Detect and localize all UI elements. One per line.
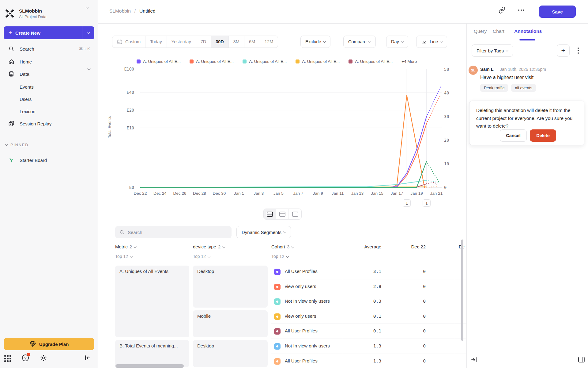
org-switcher[interactable]: SLMobbin All Project Data — [4, 7, 94, 20]
y-axis-tick-left: E20 — [116, 108, 134, 113]
create-new-caret[interactable] — [82, 26, 94, 39]
tag-pill[interactable]: all events — [511, 84, 536, 92]
layout-table-only-icon[interactable] — [289, 209, 301, 219]
cancel-button[interactable]: Cancel — [500, 129, 527, 142]
delete-confirmation-dialog: Deleting this annotation will delete it … — [469, 101, 584, 145]
chart-series-line — [140, 124, 427, 187]
apps-grid-icon[interactable] — [4, 355, 11, 362]
pinned-section-header[interactable]: PINNED — [6, 141, 28, 149]
sidebar-item-events[interactable]: Events — [2, 81, 96, 93]
x-axis-tick: Jan 17 — [387, 191, 407, 196]
search-input[interactable] — [128, 230, 226, 235]
sidebar-item-users[interactable]: Users — [2, 93, 96, 105]
tab-chart[interactable]: Chart — [493, 29, 504, 34]
breadcrumb-project[interactable]: SLMobbin — [109, 8, 131, 14]
share-link-icon[interactable] — [498, 6, 506, 15]
settings-gear-icon[interactable] — [40, 354, 47, 363]
more-menu-icon[interactable] — [518, 10, 524, 11]
table-row[interactable]: Not In view only users1.30 — [271, 339, 466, 354]
x-axis-tick: Jan 19 — [407, 191, 426, 196]
device-cell[interactable]: Desktop — [193, 266, 268, 308]
create-new-button[interactable]: + Create New — [4, 26, 94, 39]
sidebar-item-home[interactable]: Home — [2, 56, 96, 67]
series-swatch[interactable] — [274, 328, 281, 335]
cohort-label: Not In view only users — [285, 298, 330, 304]
annotation-marker-badge[interactable]: 1 — [403, 199, 411, 207]
series-swatch[interactable] — [274, 343, 281, 350]
y-axis-tick-left: E0 — [116, 185, 134, 190]
add-annotation-button[interactable]: + — [557, 44, 570, 57]
tab-query[interactable]: Query — [474, 29, 487, 34]
horizontal-scrollbar-thumb[interactable] — [115, 364, 184, 368]
table-row[interactable]: view only users0.10 — [271, 309, 466, 324]
table-row[interactable]: view only users2.80 — [271, 279, 466, 294]
sidebar-item-starter-board[interactable]: Starter Board — [2, 154, 96, 166]
divider — [0, 134, 98, 134]
panel-more-menu-icon[interactable] — [575, 44, 582, 57]
chart-series-line — [140, 117, 427, 187]
expand-panel-icon[interactable] — [470, 356, 478, 365]
device-group: DesktopNot In view only users1.30All Use… — [193, 339, 466, 368]
metric-top12-dropdown[interactable]: Top 12 — [115, 254, 132, 259]
series-swatch[interactable] — [274, 313, 281, 320]
device-top12-dropdown[interactable]: Top 12 — [193, 254, 210, 259]
tag-pill[interactable]: Peak traffic — [480, 84, 508, 92]
sidebar-item-search[interactable]: Search ⌘ + K — [2, 43, 96, 55]
side-panel-layout-icon[interactable] — [578, 356, 585, 365]
device-cell[interactable]: Desktop — [193, 340, 268, 367]
column-next-partial[interactable]: De — [453, 244, 466, 249]
dynamic-segments-dropdown[interactable]: Dynamic Segments — [236, 226, 291, 238]
sidebar-item-session-replay[interactable]: Session Replay — [2, 118, 96, 129]
series-swatch[interactable] — [274, 298, 281, 305]
column-cohort-dropdown[interactable]: Cohort3 — [271, 244, 294, 249]
layout-split-icon[interactable] — [264, 209, 276, 219]
column-metric-dropdown[interactable]: Metric2 — [115, 244, 136, 249]
average-value: 0.3 — [343, 299, 381, 304]
swatch-dot — [276, 301, 278, 303]
series-swatch[interactable] — [274, 358, 281, 365]
sidebar: SLMobbin All Project Data + Create New S… — [0, 0, 98, 368]
device-cell[interactable]: Mobile — [193, 310, 268, 337]
dec22-value: 0 — [385, 284, 426, 289]
annotation-timestamp: Jan 18th, 2026 12:36pm — [500, 67, 546, 72]
sidebar-item-lexicon[interactable]: Lexicon — [2, 105, 96, 117]
divider — [534, 6, 534, 17]
upgrade-plan-button[interactable]: Upgrade Plan — [4, 338, 94, 350]
search-shortcut: ⌘ + K — [79, 47, 90, 51]
table-row[interactable]: All User Profiles1.30 — [271, 354, 466, 368]
annotation-marker-badge[interactable]: 1 — [423, 199, 431, 207]
tab-annotations[interactable]: Annotations — [514, 29, 542, 34]
delete-button[interactable]: Delete — [530, 129, 556, 142]
x-axis-tick: Jan 13 — [348, 191, 367, 196]
dec22-value: 0 — [385, 358, 426, 363]
chevron-down-icon — [86, 6, 89, 9]
layout-chart-only-icon[interactable] — [276, 209, 289, 219]
cohort-rows: view only users0.10All User Profiles0.10 — [271, 309, 466, 339]
filter-by-tags-dropdown[interactable]: Filter by Tags — [472, 44, 513, 57]
series-swatch[interactable] — [274, 269, 281, 275]
collapse-sidebar-icon[interactable] — [84, 354, 91, 363]
column-dec22[interactable]: Dec 22 — [385, 244, 426, 249]
table-body: A. Uniques of All EventsDesktopAll User … — [115, 264, 466, 368]
mixpanel-logo-icon — [4, 8, 15, 19]
database-icon — [8, 71, 15, 77]
table-row[interactable]: All User Profiles3.10 — [271, 264, 466, 279]
sidebar-item-data[interactable]: Data — [2, 68, 96, 80]
column-device-dropdown[interactable]: device type2 — [193, 244, 225, 249]
cohort-rows: Not In view only users1.30All User Profi… — [271, 339, 466, 368]
column-average[interactable]: Average — [343, 244, 381, 249]
series-swatch[interactable] — [274, 284, 281, 290]
average-value: 1.3 — [343, 343, 381, 348]
line-chart[interactable] — [135, 67, 447, 193]
table-header: Metric2 Top 12 device type2 Top 12 Cohor… — [115, 242, 466, 264]
vertical-scrollbar-thumb[interactable] — [461, 240, 463, 341]
save-button[interactable]: Save — [539, 6, 576, 18]
metric-cell[interactable]: A. Uniques of All Events — [115, 266, 189, 337]
help-icon[interactable]: ? — [21, 354, 29, 363]
breadcrumb-title[interactable]: Untitled — [139, 8, 156, 14]
average-value: 0.1 — [343, 314, 381, 319]
table-row[interactable]: All User Profiles0.10 — [271, 324, 466, 339]
metric-cell[interactable]: B. Total Events of meaning... — [115, 340, 189, 367]
table-row[interactable]: Not In view only users0.30 — [271, 294, 466, 309]
cohort-top12-dropdown[interactable]: Top 12 — [271, 254, 288, 259]
